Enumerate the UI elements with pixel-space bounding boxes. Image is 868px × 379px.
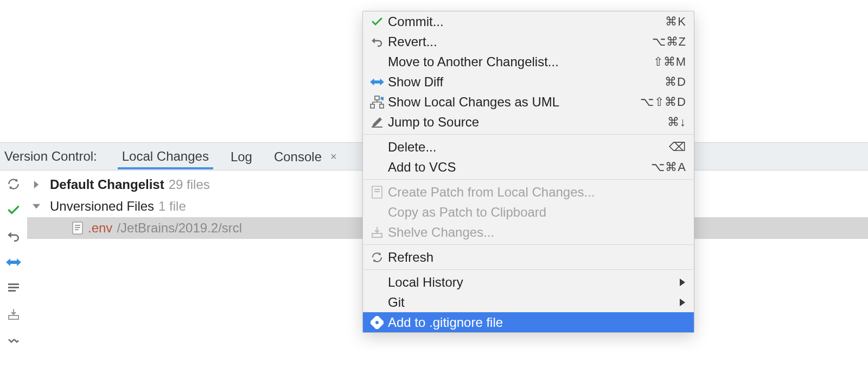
menu-item-label: Shelve Changes... <box>387 225 686 240</box>
menu-item-shortcut: ⌥⌘Z <box>652 35 686 49</box>
svg-rect-15 <box>372 233 382 237</box>
svg-rect-7 <box>75 229 79 230</box>
menu-item-revert[interactable]: Revert...⌥⌘Z <box>363 31 694 52</box>
menu-item-label: Git <box>387 295 680 310</box>
menu-separator <box>363 134 694 135</box>
expander-collapsed-icon[interactable] <box>33 181 46 188</box>
expand-all-icon[interactable] <box>5 332 22 349</box>
svg-point-17 <box>375 321 379 324</box>
patch-icon <box>367 186 387 199</box>
menu-item-shortcut: ⌥⇧⌘D <box>640 95 686 109</box>
file-path: /JetBrains/2019.2/srcl <box>117 220 242 236</box>
menu-separator <box>363 269 694 270</box>
diff-icon <box>367 76 387 88</box>
uml-icon <box>367 96 387 109</box>
context-menu: Commit...⌘KRevert...⌥⌘ZMove to Another C… <box>362 11 694 333</box>
revert-icon[interactable] <box>5 228 22 244</box>
shelve-icon <box>367 226 387 239</box>
side-toolbar <box>0 170 27 379</box>
menu-item-move-to-another-changelist[interactable]: Move to Another Changelist...⇧⌘M <box>363 52 694 72</box>
menu-item-label: Commit... <box>387 14 665 29</box>
svg-rect-2 <box>8 290 16 292</box>
changelist-icon[interactable] <box>5 280 22 296</box>
menu-item-label: Add to VCS <box>387 160 651 175</box>
menu-item-shortcut: ⌫ <box>669 140 686 154</box>
menu-item-label: Revert... <box>387 34 652 49</box>
diff-icon[interactable] <box>5 254 22 270</box>
shelve-icon[interactable] <box>5 306 22 323</box>
menu-item-label: Move to Another Changelist... <box>387 54 653 70</box>
menu-item-label: Refresh <box>387 250 686 265</box>
menu-item-label: Add to .gitignore file <box>387 315 686 330</box>
file-icon <box>72 221 84 235</box>
svg-rect-5 <box>75 225 80 226</box>
menu-item-local-history[interactable]: Local History <box>363 272 694 292</box>
svg-rect-3 <box>9 315 18 319</box>
menu-item-commit[interactable]: Commit...⌘K <box>363 11 694 31</box>
edit-icon <box>367 116 387 129</box>
svg-rect-14 <box>374 191 380 192</box>
expander-expanded-icon[interactable] <box>33 203 46 210</box>
menu-item-label: Create Patch from Local Changes... <box>387 185 686 200</box>
tab-local-changes[interactable]: Local Changes <box>118 143 213 169</box>
close-icon[interactable]: × <box>330 150 337 163</box>
menu-item-shortcut: ⌥⌘A <box>651 160 686 174</box>
svg-rect-10 <box>380 104 384 108</box>
svg-rect-13 <box>374 189 380 190</box>
menu-item-shortcut: ⇧⌘M <box>653 55 686 69</box>
unversioned-count: 1 file <box>158 199 186 214</box>
changelist-count: 29 files <box>169 177 210 192</box>
submenu-arrow-icon <box>680 279 686 286</box>
tab-log[interactable]: Log <box>226 144 257 169</box>
menu-item-shortcut: ⌘↓ <box>667 115 686 129</box>
menu-item-label: Copy as Patch to Clipboard <box>387 205 686 220</box>
svg-rect-8 <box>375 96 379 100</box>
commit-check-icon[interactable] <box>5 202 22 218</box>
svg-rect-9 <box>371 104 374 108</box>
tab-console[interactable]: Console <box>270 144 326 169</box>
menu-item-label: Local History <box>387 275 680 290</box>
menu-item-label: Show Local Changes as UML <box>387 94 640 110</box>
menu-item-shortcut: ⌘D <box>665 75 686 89</box>
unversioned-label: Unversioned Files <box>50 199 154 214</box>
menu-item-show-diff[interactable]: Show Diff⌘D <box>363 72 694 92</box>
svg-rect-0 <box>8 283 19 285</box>
svg-rect-11 <box>372 127 382 128</box>
menu-item-label: Delete... <box>387 140 669 155</box>
menu-item-add-to-vcs[interactable]: Add to VCS⌥⌘A <box>363 157 694 177</box>
file-name: .env <box>88 220 112 236</box>
menu-separator <box>363 179 694 180</box>
menu-separator <box>363 244 694 245</box>
menu-item-git[interactable]: Git <box>363 292 694 312</box>
menu-item-show-local-changes-as-uml[interactable]: Show Local Changes as UML⌥⇧⌘D <box>363 92 694 112</box>
svg-rect-1 <box>8 287 19 288</box>
submenu-arrow-icon <box>680 299 686 306</box>
toolwindow-title: Version Control: <box>4 149 97 164</box>
svg-rect-6 <box>75 227 80 228</box>
menu-item-delete[interactable]: Delete...⌫ <box>363 137 694 157</box>
menu-item-jump-to-source[interactable]: Jump to Source⌘↓ <box>363 112 694 132</box>
menu-item-shelve-changes: Shelve Changes... <box>363 222 694 242</box>
menu-item-shortcut: ⌘K <box>665 15 686 29</box>
check-icon <box>367 15 387 28</box>
menu-item-copy-as-patch-to-clipboard: Copy as Patch to Clipboard <box>363 202 694 222</box>
revert-icon <box>367 35 387 48</box>
refresh-icon[interactable] <box>5 176 22 192</box>
menu-item-create-patch-from-local-changes: Create Patch from Local Changes... <box>363 182 694 202</box>
menu-item-add-to-gitignore-file[interactable]: Add to .gitignore file <box>363 312 694 332</box>
gitignore-icon <box>367 316 387 329</box>
changelist-name: Default Changelist <box>50 177 164 192</box>
menu-item-label: Show Diff <box>387 74 665 90</box>
refresh-icon <box>367 251 387 264</box>
menu-item-refresh[interactable]: Refresh <box>363 247 694 267</box>
menu-item-label: Jump to Source <box>387 115 667 130</box>
